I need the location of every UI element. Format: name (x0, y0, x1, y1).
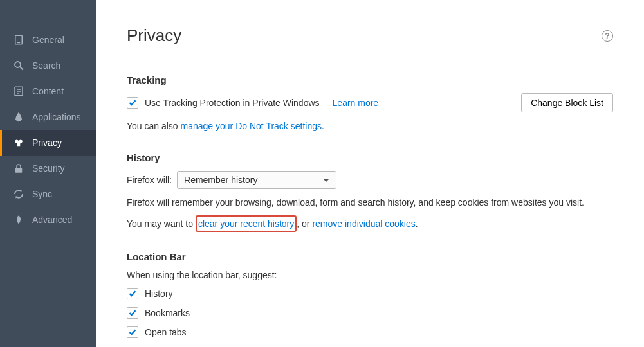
locbar-bookmarks-row: Bookmarks (127, 307, 613, 319)
history-may-suffix: . (416, 218, 418, 229)
sync-icon (13, 188, 24, 200)
sidebar-item-label: Security (32, 163, 65, 174)
svg-rect-1 (17, 42, 21, 44)
sidebar-item-label: Privacy (32, 138, 62, 148)
sidebar-item-label: Search (32, 60, 60, 71)
locbar-opentabs-checkbox[interactable] (127, 326, 138, 338)
lock-icon (13, 163, 24, 174)
svg-line-3 (20, 67, 23, 70)
chevron-down-icon (323, 179, 329, 182)
history-select-row: Firefox will: Remember history (127, 171, 613, 189)
page-header: Privacy ? (127, 0, 613, 55)
svg-rect-8 (17, 143, 21, 147)
svg-rect-9 (15, 168, 23, 173)
sidebar-item-content[interactable]: Content (0, 78, 96, 104)
general-icon (13, 34, 24, 46)
dnt-prefix: You can also (127, 121, 181, 131)
locbar-bookmarks-checkbox[interactable] (127, 307, 138, 319)
svg-point-2 (15, 62, 21, 67)
history-may-mid: , or (297, 218, 312, 229)
page-title: Privacy (127, 26, 181, 46)
sidebar-item-label: Advanced (32, 215, 72, 225)
remove-cookies-link[interactable]: remove individual cookies (312, 218, 415, 229)
sidebar-item-search[interactable]: Search (0, 53, 96, 78)
clear-history-highlight: clear your recent history (196, 215, 297, 232)
change-block-list-button[interactable]: Change Block List (521, 93, 613, 112)
sidebar-item-label: Sync (32, 189, 52, 199)
sidebar-item-label: General (32, 35, 64, 45)
clear-recent-history-link[interactable]: clear your recent history (198, 218, 294, 229)
locbar-history-row: History (127, 288, 613, 299)
sidebar-item-security[interactable]: Security (0, 156, 96, 181)
tracking-row: Use Tracking Protection in Private Windo… (127, 93, 613, 112)
locbar-bookmarks-label: Bookmarks (145, 308, 190, 318)
tracking-protection-checkbox[interactable] (127, 97, 138, 109)
history-desc: Firefox will remember your browsing, dow… (127, 195, 613, 209)
sidebar-item-general[interactable]: General (0, 27, 96, 53)
locbar-opentabs-row: Open tabs (127, 326, 613, 338)
sidebar-item-label: Applications (32, 112, 81, 122)
sidebar-item-label: Content (32, 86, 64, 96)
history-may-para: You may want to clear your recent histor… (127, 215, 613, 232)
advanced-icon (13, 214, 24, 226)
main-content: Privacy ? Tracking Use Tracking Protecti… (96, 0, 644, 347)
sidebar-item-privacy[interactable]: Privacy (0, 130, 96, 156)
applications-icon (13, 111, 24, 123)
history-will-label: Firefox will: (127, 175, 172, 185)
location-bar-sub: When using the location bar, suggest: (127, 270, 613, 280)
sidebar-item-advanced[interactable]: Advanced (0, 207, 96, 233)
tracking-checkbox-label: Use Tracking Protection in Private Windo… (145, 98, 320, 108)
help-icon[interactable]: ? (602, 30, 613, 42)
dnt-suffix: . (322, 121, 324, 131)
location-bar-heading: Location Bar (127, 251, 613, 262)
locbar-history-label: History (145, 289, 173, 299)
sidebar-item-sync[interactable]: Sync (0, 181, 96, 207)
sidebar-item-applications[interactable]: Applications (0, 104, 96, 130)
locbar-opentabs-label: Open tabs (145, 327, 187, 337)
locbar-history-checkbox[interactable] (127, 288, 138, 299)
sidebar: General Search Content Applications Priv… (0, 0, 96, 347)
dnt-settings-link[interactable]: manage your Do Not Track settings (181, 121, 322, 131)
history-heading: History (127, 152, 613, 163)
history-select-value: Remember history (184, 175, 257, 185)
tracking-learn-more-link[interactable]: Learn more (333, 98, 379, 108)
history-mode-select[interactable]: Remember history (177, 171, 336, 189)
search-icon (13, 60, 24, 71)
content-icon (13, 85, 24, 97)
dnt-para: You can also manage your Do Not Track se… (127, 119, 613, 133)
privacy-icon (13, 137, 24, 148)
tracking-heading: Tracking (127, 75, 613, 85)
history-may-prefix: You may want to (127, 218, 196, 229)
